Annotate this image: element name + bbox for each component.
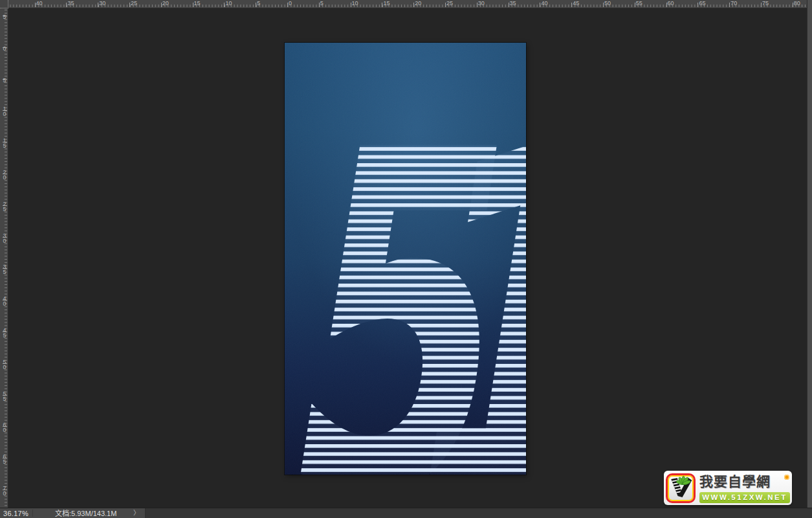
ruler-label: 45 (0, 327, 8, 337)
canvas-pasteboard[interactable]: 5 1 5 1 (8, 8, 807, 508)
ruler-label: 30 (478, 0, 485, 6)
status-options-chevron-icon[interactable]: 〉 (133, 508, 140, 518)
ruler-major-tick (224, 3, 225, 7)
ruler-major-tick (287, 3, 288, 7)
poster-artwork-51: 5 1 5 1 (285, 43, 526, 475)
ruler-label: 0 (0, 45, 8, 51)
status-bar-left-section: 36.17% 文档:5.93M/143.1M 〉 (0, 508, 146, 518)
ruler-origin-box[interactable] (0, 0, 8, 8)
ruler-major-tick (351, 3, 351, 7)
ruler-major-tick (256, 3, 256, 7)
ruler-major-tick (761, 3, 762, 7)
ruler-label: 20 (415, 0, 421, 6)
ruler-major-tick (161, 3, 162, 7)
ruler-label: 0 (289, 0, 292, 6)
ruler-label: 25 (0, 201, 8, 211)
vertical-scrollbar-track[interactable] (807, 0, 812, 508)
ruler-label: 15 (194, 0, 201, 6)
ruler-label: 10 (0, 106, 8, 116)
ruler-label: 75 (762, 0, 769, 6)
status-divider (32, 510, 33, 517)
document-canvas[interactable]: 5 1 5 1 (285, 43, 526, 475)
watermark-v-leaf-icon (666, 473, 696, 503)
ruler-label: 10 (352, 0, 358, 6)
ruler-label: 20 (0, 169, 8, 179)
horizontal-ruler[interactable]: 4035302520151050510152025303540455055606… (8, 0, 807, 8)
ruler-label: 5 (257, 0, 260, 6)
ruler-label: 50 (0, 359, 8, 369)
ruler-major-tick (509, 3, 509, 7)
ruler-label: 35 (0, 264, 8, 274)
ruler-label: 40 (0, 295, 8, 306)
ruler-label: 15 (383, 0, 390, 6)
ruler-major-tick (193, 3, 193, 7)
ruler-label: 45 (573, 0, 579, 6)
ruler-label: 40 (541, 0, 547, 6)
ruler-label: 40 (36, 0, 43, 6)
ruler-label: 25 (446, 0, 453, 6)
watermark-orange-dot-icon (784, 475, 789, 480)
ruler-label: 65 (0, 453, 8, 464)
ruler-major-tick (66, 3, 67, 7)
ruler-label: 55 (636, 0, 642, 6)
status-bar: 36.17% 文档:5.93M/143.1M 〉 (0, 508, 812, 518)
ruler-major-tick (98, 3, 98, 7)
ruler-label: 60 (668, 0, 674, 6)
ruler-major-tick (697, 3, 698, 7)
ruler-label: 30 (0, 232, 8, 243)
ruler-label: 65 (699, 0, 705, 6)
ruler-label: 5 (320, 0, 324, 6)
ruler-major-tick (729, 3, 730, 7)
ruler-label: 5 (0, 14, 8, 19)
ruler-label: 30 (99, 0, 105, 6)
ruler-major-tick (319, 3, 320, 7)
ruler-label: 70 (0, 485, 8, 495)
watermark-51zxw-logo: 我要自學網 www.51zxw.net (664, 471, 792, 505)
ruler-label: 50 (604, 0, 611, 6)
document-size-info[interactable]: 文档:5.93M/143.1M (55, 509, 116, 518)
ruler-label: 80 (794, 0, 800, 6)
ruler-label: 20 (162, 0, 169, 6)
poster-grain (285, 43, 526, 475)
ruler-major-tick (666, 3, 667, 7)
zoom-level-field[interactable]: 36.17% (3, 509, 28, 518)
ruler-major-tick (445, 3, 446, 7)
ruler-label: 70 (730, 0, 737, 6)
ruler-major-tick (382, 3, 382, 7)
ruler-major-tick (793, 3, 793, 7)
vertical-ruler[interactable]: 50510152025303540455055606570 (0, 8, 8, 508)
ruler-label: 15 (0, 137, 8, 148)
ruler-major-tick (35, 3, 36, 7)
ruler-major-tick (571, 3, 572, 7)
watermark-url: www.51zxw.net (699, 492, 790, 503)
ruler-label: 35 (510, 0, 516, 6)
ruler-label: 60 (0, 422, 8, 432)
ruler-major-tick (603, 3, 604, 7)
ruler-label: 55 (0, 390, 8, 401)
ruler-major-tick (477, 3, 477, 7)
ruler-label: 25 (131, 0, 137, 6)
ruler-label: 10 (225, 0, 232, 6)
ruler-label: 35 (67, 0, 74, 6)
ruler-major-tick (540, 3, 540, 7)
watermark-title: 我要自學網 (699, 473, 790, 490)
ruler-major-tick (635, 3, 635, 7)
ruler-label: 5 (0, 77, 8, 82)
ruler-major-tick (129, 3, 130, 7)
ruler-major-tick (413, 3, 414, 7)
